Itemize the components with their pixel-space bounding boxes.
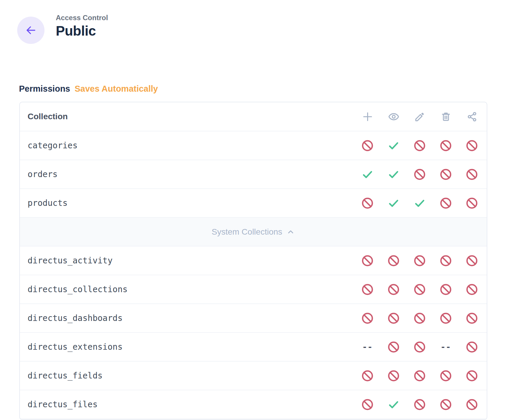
permission-read-blocked-icon[interactable] [381,254,407,267]
permission-read-blocked-icon[interactable] [381,283,407,296]
permission-update-allowed-icon[interactable] [407,197,433,209]
permission-cells [354,370,485,382]
permission-update-blocked-icon[interactable] [407,168,433,181]
permission-read-allowed-icon[interactable] [381,168,407,181]
permission-cells [354,283,485,296]
permission-delete-blocked-icon[interactable] [433,254,459,267]
block-icon [440,312,452,324]
table-body: categoriesordersproductsSystem Collectio… [20,131,487,420]
check-icon [387,168,400,181]
header-titles: Access Control Public [56,14,108,39]
block-icon [413,370,426,382]
permission-cells: ---- [354,341,485,353]
access-control-page: Access Control Public PermissionsSaves A… [0,0,522,420]
table-row: categories [20,131,487,160]
table-row: products [20,188,487,217]
permission-share-blocked-icon[interactable] [459,370,485,382]
permission-update-blocked-icon[interactable] [407,370,433,382]
permission-read-blocked-icon[interactable] [381,341,407,353]
permission-delete-blocked-icon[interactable] [433,312,459,324]
permission-delete-blocked-icon[interactable] [433,197,459,209]
permission-update-blocked-icon[interactable] [407,312,433,324]
permission-update-blocked-icon[interactable] [407,254,433,267]
permission-read-blocked-icon[interactable] [381,312,407,324]
permissions-section-heading: PermissionsSaves Automatically [19,84,158,94]
pencil-icon [414,111,425,122]
breadcrumb[interactable]: Access Control [56,14,108,22]
block-icon [440,254,452,267]
permission-update-blocked-icon[interactable] [407,398,433,411]
permission-share-blocked-icon[interactable] [459,168,485,181]
column-header-delete [433,111,459,122]
permission-cells [354,139,485,152]
permission-share-blocked-icon[interactable] [459,312,485,324]
permission-share-blocked-icon[interactable] [459,197,485,209]
permission-share-blocked-icon[interactable] [459,254,485,267]
permission-share-blocked-icon[interactable] [459,398,485,411]
permission-delete-blocked-icon[interactable] [433,398,459,411]
permission-update-blocked-icon[interactable] [407,283,433,296]
page-title: Public [56,23,108,39]
table-row: directus_files [20,390,487,419]
trash-icon [440,111,451,122]
system-collections-label: System Collections [211,227,282,237]
block-icon [387,370,400,382]
block-icon [466,312,478,324]
collection-name: categories [28,141,354,150]
block-icon [387,283,400,296]
table-row: directus_activity [20,246,487,275]
collection-name: directus_dashboards [28,313,354,323]
table-row-clipped [20,419,487,420]
permission-share-blocked-icon[interactable] [459,283,485,296]
action-column-headers [354,111,485,122]
arrow-left-icon [25,24,37,36]
column-header-update [407,111,433,122]
table-row: directus_extensions---- [20,332,487,361]
permission-delete-blocked-icon[interactable] [433,370,459,382]
permission-create-blocked-icon[interactable] [354,139,381,152]
chevron-up-icon [286,228,295,236]
permission-delete-blocked-icon[interactable] [433,168,459,181]
collection-name: directus_files [28,400,354,409]
permission-share-blocked-icon[interactable] [459,139,485,152]
permission-delete-blocked-icon[interactable] [433,283,459,296]
permission-cells [354,168,485,181]
table-row: orders [20,160,487,188]
permission-delete-blocked-icon[interactable] [433,139,459,152]
column-header-read [381,111,407,122]
permission-create-blocked-icon[interactable] [354,370,381,382]
permission-create-blocked-icon[interactable] [354,197,381,209]
block-icon [440,370,452,382]
column-header-share [459,111,485,122]
permission-read-allowed-icon[interactable] [381,197,407,209]
check-icon [387,197,400,209]
permission-read-blocked-icon[interactable] [381,370,407,382]
permission-update-blocked-icon[interactable] [407,341,433,353]
permission-create-blocked-icon[interactable] [354,398,381,411]
block-icon [440,168,452,181]
share-icon [467,111,478,122]
block-icon [361,197,374,209]
permission-create-allowed-icon[interactable] [354,168,381,181]
permission-create-blocked-icon[interactable] [354,254,381,267]
table-row: directus_fields [20,361,487,390]
column-header-create [354,111,381,122]
back-button[interactable] [17,17,44,44]
check-icon [387,139,400,152]
block-icon [440,139,452,152]
table-row: directus_collections [20,275,487,303]
permission-read-allowed-icon[interactable] [381,139,407,152]
table-row: directus_dashboards [20,303,487,332]
block-icon [413,398,426,411]
permission-read-allowed-icon[interactable] [381,398,407,411]
eye-icon [388,111,399,122]
permission-update-blocked-icon[interactable] [407,139,433,152]
block-icon [466,370,478,382]
permission-create-blocked-icon[interactable] [354,312,381,324]
permission-share-blocked-icon[interactable] [459,341,485,353]
system-collections-toggle[interactable]: System Collections [20,217,487,246]
block-icon [413,312,426,324]
block-icon [440,283,452,296]
block-icon [361,139,374,152]
permission-create-blocked-icon[interactable] [354,283,381,296]
